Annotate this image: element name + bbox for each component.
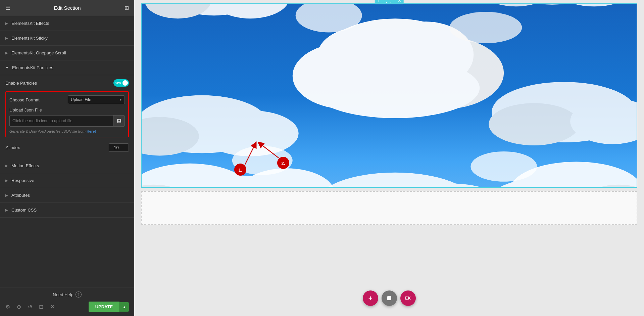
arrow-icon: ▶	[5, 36, 8, 40]
sidebar-item-effects[interactable]: ▶ ElementsKit Effects	[0, 16, 134, 31]
arrow-icon: ▶	[5, 51, 8, 55]
sidebar-title: Edit Section	[10, 5, 125, 11]
history-icon[interactable]: ↺	[28, 304, 32, 310]
stop-button[interactable]	[382, 290, 397, 306]
section-remove-button[interactable]: ✕	[395, 0, 404, 4]
empty-section	[141, 191, 637, 225]
help-icon[interactable]: ?	[76, 291, 82, 298]
eye-icon[interactable]: 👁	[50, 304, 55, 310]
particles-body: Enable Particles YES Choose Format	[0, 75, 134, 159]
section-add-button[interactable]: +	[375, 0, 382, 4]
section-move-button[interactable]: ⋮⋮	[382, 0, 395, 4]
upload-media-button[interactable]	[113, 116, 125, 126]
sidebar-item-responsive[interactable]: ▶ Responsive	[0, 173, 134, 188]
responsive-icon[interactable]: ⊡	[39, 304, 43, 310]
upload-json-label: Upload Json File	[9, 107, 125, 112]
particles-header[interactable]: ▼ ElementsKit Particles	[0, 60, 134, 75]
sidebar-item-label: ElementsKit Effects	[11, 21, 49, 26]
update-button[interactable]: UPDATE	[89, 302, 119, 312]
svg-point-30	[449, 12, 522, 43]
add-section-button[interactable]: +	[363, 290, 378, 306]
layers-icon[interactable]: ⊕	[17, 304, 21, 310]
sidebar-item-label: Motion Effects	[11, 163, 39, 168]
choose-format-label: Choose Format	[9, 97, 40, 102]
enable-particles-toggle[interactable]: YES	[113, 79, 129, 87]
svg-point-32	[470, 151, 537, 182]
format-select[interactable]: Upload File Default Custom JSON	[68, 95, 125, 104]
update-dropdown[interactable]: ▲	[119, 302, 129, 312]
settings-icon[interactable]: ⚙	[5, 304, 10, 310]
floating-buttons: + EK	[363, 290, 416, 306]
sidebar-item-label: Responsive	[11, 178, 34, 183]
sky-image	[142, 4, 637, 187]
section-block: + ⋮⋮ ✕	[141, 3, 637, 188]
sidebar-item-label: Custom CSS	[11, 208, 37, 213]
need-help-text: Need Help	[53, 292, 73, 297]
here-link[interactable]: Here!	[87, 129, 96, 133]
sidebar-item-motion[interactable]: ▶ Motion Effects	[0, 159, 134, 173]
svg-point-31	[232, 146, 293, 175]
sidebar-item-onepage[interactable]: ▶ ElementsKit Onepage Scroll	[0, 46, 134, 60]
sidebar-item-label: ElementsKit Sticky	[11, 36, 48, 41]
zindex-input[interactable]	[109, 143, 129, 152]
sidebar-footer: Need Help ? ⚙ ⊕ ↺ ⊡ 👁 UPDATE ▲	[0, 287, 134, 316]
update-btn-group: UPDATE ▲	[89, 302, 129, 312]
footer-toolbar: ⚙ ⊕ ↺ ⊡ 👁 UPDATE ▲	[5, 302, 129, 312]
zindex-label: Z-index	[5, 145, 20, 150]
generate-link-text: Generate & Download particles JSON file …	[9, 129, 125, 133]
grid-icon[interactable]: ⊞	[125, 5, 129, 11]
arrow-icon: ▶	[5, 21, 8, 25]
svg-point-17	[489, 103, 579, 145]
arrow-icon: ▶	[5, 164, 8, 168]
ek-button[interactable]: EK	[400, 290, 416, 306]
arrow-icon: ▶	[5, 179, 8, 182]
format-select-wrapper: Upload File Default Custom JSON	[68, 95, 125, 104]
footer-icons: ⚙ ⊕ ↺ ⊡ 👁	[5, 304, 55, 310]
sidebar-header: ☰ Edit Section ⊞	[0, 0, 134, 16]
svg-rect-37	[387, 296, 391, 300]
canvas-area: + ⋮⋮ ✕	[134, 0, 644, 316]
sidebar-item-attributes[interactable]: ▶ Attributes	[0, 188, 134, 203]
arrow-icon: ▶	[5, 208, 8, 212]
arrow-down-icon: ▼	[5, 66, 9, 70]
hamburger-icon[interactable]: ☰	[5, 5, 10, 11]
sidebar-content: ▶ ElementsKit Effects ▶ ElementsKit Stic…	[0, 16, 134, 287]
particles-label: ElementsKit Particles	[12, 65, 53, 70]
enable-particles-row: Enable Particles YES	[5, 79, 129, 87]
sidebar-item-particles: ▼ ElementsKit Particles Enable Particles…	[0, 60, 134, 159]
sidebar-item-sticky[interactable]: ▶ ElementsKit Sticky	[0, 31, 134, 46]
upload-input[interactable]	[10, 116, 113, 126]
sidebar-item-label: ElementsKit Onepage Scroll	[11, 50, 66, 55]
sidebar-item-custom-css[interactable]: ▶ Custom CSS	[0, 203, 134, 218]
choose-format-row: Choose Format Upload File Default Custom…	[9, 95, 125, 104]
enable-particles-label: Enable Particles	[5, 81, 37, 86]
particles-config-box: Choose Format Upload File Default Custom…	[5, 91, 129, 137]
main-content: + ⋮⋮ ✕	[134, 0, 644, 316]
sidebar: ☰ Edit Section ⊞ ▶ ElementsKit Effects ▶…	[0, 0, 134, 316]
arrow-icon: ▶	[5, 193, 8, 197]
toggle-yes-label: YES	[115, 82, 121, 85]
upload-input-row	[9, 115, 125, 127]
section-toolbar: + ⋮⋮ ✕	[375, 0, 404, 4]
sidebar-item-label: Attributes	[11, 193, 30, 198]
need-help-row: Need Help ?	[53, 291, 81, 298]
